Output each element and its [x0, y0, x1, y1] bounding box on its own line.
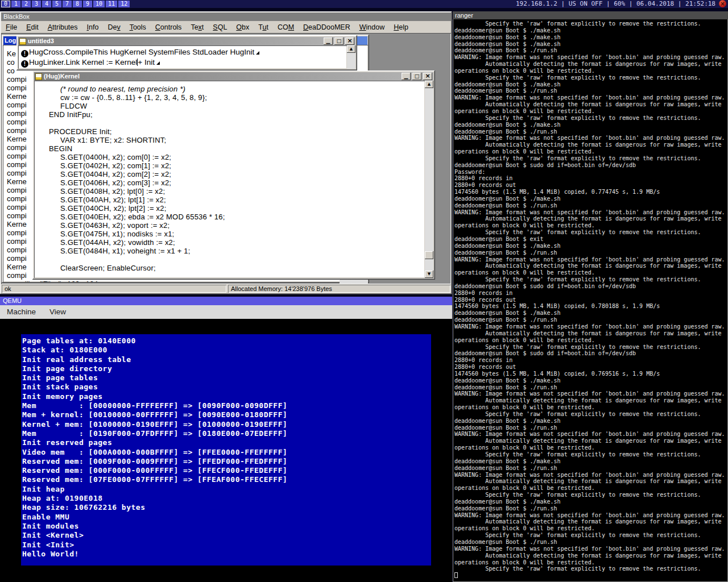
menu-item-obx[interactable]: Obx — [231, 22, 254, 33]
code-line: VAR x1: BYTE; x2: SHORTINT; — [34, 136, 425, 144]
kernel-scrollbar[interactable]: ▲ ▼ — [425, 81, 433, 278]
console-line: Heap at: 0190E018 — [22, 494, 431, 503]
commander-icon[interactable]: ! — [21, 50, 28, 57]
workspace-button-10[interactable]: 10 — [93, 1, 105, 7]
workspace-button-3[interactable]: 3 — [32, 1, 41, 7]
terminal-content[interactable]: Specify the 'raw' format explicitly to r… — [454, 20, 727, 580]
untitled3-scrollbar[interactable]: ▲ — [347, 45, 355, 69]
menu-item-edit[interactable]: Edit — [22, 22, 43, 33]
log-line: compiling "Files" 160 104 — [7, 280, 368, 282]
terminal-line: WARNING: Image format was not specified … — [454, 54, 727, 61]
workspace-button-9[interactable]: 9 — [83, 1, 92, 7]
qemu-menu-view[interactable]: View — [43, 305, 73, 319]
menu-item-tut[interactable]: Tut — [254, 22, 273, 33]
blackbox-menubar: FileEditAttributesInfoDevToolsControlsTe… — [1, 22, 451, 33]
kernel-code[interactable]: (* round to nearest, temp precision *)cw… — [34, 81, 425, 278]
untitled3-content[interactable]: !HugCross.CompileThis HugKernel SystemFi… — [18, 45, 347, 69]
qemu-display[interactable]: Page tables at: 0140E000Stack at: 0180E0… — [0, 319, 452, 582]
workspace-button-8[interactable]: 8 — [73, 1, 82, 7]
terminal-line: Specify the 'raw' format explicitly to r… — [454, 229, 727, 236]
terminal-line: Automatically detecting the format is da… — [454, 397, 727, 404]
qemu-titlebar[interactable]: QEMU — [0, 297, 452, 305]
workspace-button-1[interactable]: 1 — [11, 1, 20, 7]
log-hscrollbar-fragment[interactable] — [340, 280, 368, 284]
code-line: S.GET(0400H, x2); com[0] := x2; — [34, 153, 425, 161]
workspace-button-5[interactable]: 5 — [52, 1, 61, 7]
scrollbar-thumb[interactable] — [425, 251, 433, 259]
maximize-button[interactable]: □ — [412, 73, 421, 80]
workspace-pager: 012345789101112 — [0, 1, 130, 7]
terminal-line: Automatically detecting the format is da… — [454, 518, 727, 525]
terminal-line: deaddoomer@sun Boot $ ./run.sh — [454, 88, 727, 94]
terminal-line: Automatically detecting the format is da… — [454, 552, 727, 559]
workspace-button-7[interactable]: 7 — [63, 1, 72, 7]
command-text: HugLinker.Link Kernel := Kernel — [29, 58, 137, 66]
close-button[interactable]: × — [345, 38, 354, 45]
terminal-window: ranger Specify the 'raw' format explicit… — [453, 11, 728, 582]
qemu-menu-machine[interactable]: Machine — [0, 305, 43, 319]
terminal-line: deaddoomer@sun Boot $ ./make.sh — [454, 498, 727, 505]
workspace-button-11[interactable]: 11 — [106, 1, 117, 7]
workspace-button-12[interactable]: 12 — [118, 1, 130, 7]
menu-item-text[interactable]: Text — [186, 22, 208, 33]
close-button[interactable]: × — [423, 73, 432, 80]
menu-item-controls[interactable]: Controls — [151, 22, 187, 33]
console-line: Enable MMU — [22, 513, 431, 522]
terminal-line: operations on block 0 will be restricted… — [454, 485, 727, 492]
terminal-line: WARNING: Image format was not specified … — [454, 135, 727, 142]
terminal-line: deaddoomer@sun Boot $ ./make.sh — [454, 377, 727, 384]
terminal-line: deaddoomer@sun Boot $ ./run.sh — [454, 202, 727, 209]
scroll-up-icon[interactable]: ▲ — [425, 81, 433, 88]
menu-item-tools[interactable]: Tools — [125, 22, 151, 33]
console-line: Mem : [0190F000-07FDFFFF] => [0180E000-0… — [22, 429, 431, 438]
terminal-line: operations on block 0 will be restricted… — [454, 337, 727, 344]
menu-item-sql[interactable]: SQL — [208, 22, 231, 33]
document-icon — [35, 73, 42, 80]
power-icon[interactable]: × — [719, 0, 726, 7]
workspace-button-4[interactable]: 4 — [42, 1, 51, 7]
console-line: Init page tables — [22, 373, 431, 383]
terminal-line: Specify the 'raw' format explicitly to r… — [454, 276, 727, 283]
untitled3-titlebar[interactable]: untitled3 ▁ □ × — [18, 37, 355, 45]
menu-item-info[interactable]: Info — [82, 22, 104, 33]
code-line: S.GET(040AH, x2); lpt[1] := x2; — [34, 196, 425, 204]
terminal-line: deaddoomer@sun Boot $ exit — [454, 236, 727, 243]
blackbox-mdi-area: Log KecococompicompiKernecompicompicompi… — [1, 33, 451, 284]
terminal-line: deaddoomer@sun Boot $ ./make.sh — [454, 81, 727, 88]
menu-item-deaddoomer[interactable]: DeaDDooMER — [299, 22, 355, 33]
command-text: HugCross.CompileThis HugKernel SystemFil… — [29, 48, 254, 56]
kernel-title: (Hug)Kernel — [44, 72, 80, 81]
kernel-titlebar[interactable]: (Hug)Kernel ▁ □ × — [34, 72, 433, 81]
terminal-line: deaddoomer@sun Boot $ ./make.sh — [454, 41, 727, 48]
menu-item-window[interactable]: Window — [355, 22, 389, 33]
menu-item-help[interactable]: Help — [389, 22, 413, 33]
blackbox-titlebar[interactable]: BlackBox — [1, 13, 451, 21]
workspace-button-0[interactable]: 0 — [1, 1, 10, 7]
menu-item-file[interactable]: File — [1, 22, 22, 33]
code-line — [34, 255, 425, 264]
scroll-up-icon[interactable]: ▲ — [347, 45, 355, 53]
code-line: BEGIN — [34, 144, 425, 153]
scroll-down-icon[interactable]: ▼ — [425, 271, 433, 278]
menu-item-attributes[interactable]: Attributes — [43, 22, 82, 33]
maximize-button[interactable]: □ — [334, 38, 344, 45]
terminal-titlebar[interactable]: ranger — [453, 11, 728, 19]
terminal-line: 2880+0 records in — [454, 357, 727, 364]
workspace-button-2[interactable]: 2 — [22, 1, 31, 7]
terminal-line: WARNING: Image format was not specified … — [454, 256, 727, 263]
terminal-line: 2880+0 records out — [454, 297, 727, 304]
code-line: (* round to nearest, temp precision *) — [34, 85, 425, 93]
minimize-button[interactable]: ▁ — [324, 38, 333, 45]
menu-item-com[interactable]: COM — [273, 22, 299, 33]
console-line: Mem + kernel: [00100000-00FFFFFF] => [00… — [22, 410, 431, 419]
commander-icon[interactable]: ! — [21, 60, 28, 68]
terminal-line: deaddoomer@sun Boot $ ./make.sh — [454, 34, 727, 41]
terminal-line: Specify the 'raw' format explicitly to r… — [454, 155, 727, 162]
terminal-line: operations on block 0 will be restricted… — [454, 222, 727, 229]
terminal-cursor — [454, 572, 458, 578]
console-line: Reserved mem: [0009F000-0009FFFF] => [FF… — [22, 457, 431, 466]
menu-item-dev[interactable]: Dev — [103, 22, 125, 33]
console-line: Mem : [00000000-FFFFEFFF] => [0090F000-0… — [22, 401, 431, 410]
minimize-button[interactable]: ▁ — [402, 73, 411, 80]
terminal-line: deaddoomer@sun Boot $ ./run.sh — [454, 47, 727, 54]
